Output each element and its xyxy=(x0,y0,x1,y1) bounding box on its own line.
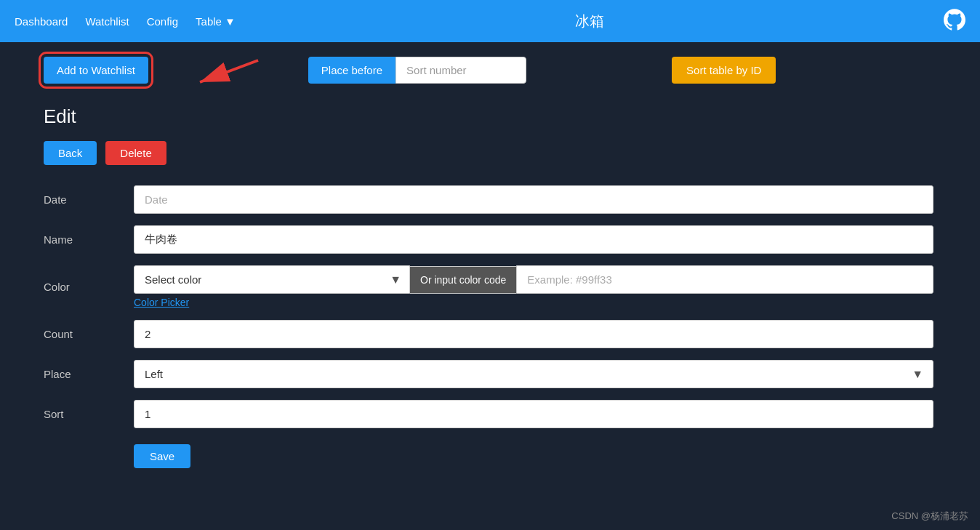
color-code-input[interactable] xyxy=(516,265,933,294)
place-row: Place Left Right Center ▼ xyxy=(44,354,936,394)
page-title: 冰箱 xyxy=(575,12,604,31)
color-input-group: Select color ▼ Or input color code xyxy=(134,265,933,294)
back-button[interactable]: Back xyxy=(44,141,97,165)
nav-config[interactable]: Config xyxy=(147,15,178,28)
svg-line-1 xyxy=(200,60,258,82)
color-or-label: Or input color code xyxy=(410,266,516,294)
color-select-wrapper: Select color ▼ xyxy=(134,265,410,294)
count-input[interactable] xyxy=(134,320,933,348)
nav-links: Dashboard Watchlist Config Table ▼ xyxy=(15,15,236,28)
save-button[interactable]: Save xyxy=(134,444,190,468)
footer-text: CSDN @杨浦老苏 xyxy=(891,510,968,523)
chevron-down-icon: ▼ xyxy=(225,15,236,28)
color-picker-link[interactable]: Color Picker xyxy=(134,297,933,308)
sort-table-by-id-button[interactable]: Sort table by ID xyxy=(672,57,776,84)
github-link[interactable] xyxy=(944,9,965,33)
nav-watchlist[interactable]: Watchlist xyxy=(85,15,129,28)
count-row: Count xyxy=(44,314,936,354)
date-label: Date xyxy=(44,180,131,220)
delete-button[interactable]: Delete xyxy=(105,141,166,165)
sort-number-input[interactable] xyxy=(395,57,526,84)
name-label: Name xyxy=(44,220,131,260)
sort-row: Sort xyxy=(44,394,936,434)
edit-form: Date Name Color Sele xyxy=(44,180,936,474)
toolbar: Add to Watchlist Place before Sort table… xyxy=(44,57,936,84)
place-before-group: Place before xyxy=(308,57,526,84)
color-row: Color Select color ▼ Or input color code… xyxy=(44,260,936,314)
date-row: Date xyxy=(44,180,936,220)
name-row: Name xyxy=(44,220,936,260)
main-content: Add to Watchlist Place before Sort table… xyxy=(0,42,980,489)
place-label: Place xyxy=(44,354,131,394)
add-to-watchlist-button[interactable]: Add to Watchlist xyxy=(44,57,148,84)
place-select[interactable]: Left Right Center xyxy=(134,360,933,388)
navbar: Dashboard Watchlist Config Table ▼ 冰箱 xyxy=(0,0,980,42)
count-label: Count xyxy=(44,314,131,354)
sort-label: Sort xyxy=(44,394,131,434)
nav-dashboard[interactable]: Dashboard xyxy=(15,15,68,28)
place-select-wrapper: Left Right Center ▼ xyxy=(134,360,933,388)
github-icon xyxy=(944,9,965,31)
red-arrow-icon xyxy=(185,49,265,97)
edit-title: Edit xyxy=(44,105,936,128)
nav-table[interactable]: Table ▼ xyxy=(196,15,236,28)
color-select[interactable]: Select color xyxy=(134,265,410,294)
color-label: Color xyxy=(44,260,131,314)
save-row: Save xyxy=(44,434,936,474)
date-input[interactable] xyxy=(134,185,933,214)
place-before-button[interactable]: Place before xyxy=(308,57,395,84)
sort-input[interactable] xyxy=(134,400,933,428)
edit-action-buttons: Back Delete xyxy=(44,141,936,165)
name-input[interactable] xyxy=(134,225,933,254)
